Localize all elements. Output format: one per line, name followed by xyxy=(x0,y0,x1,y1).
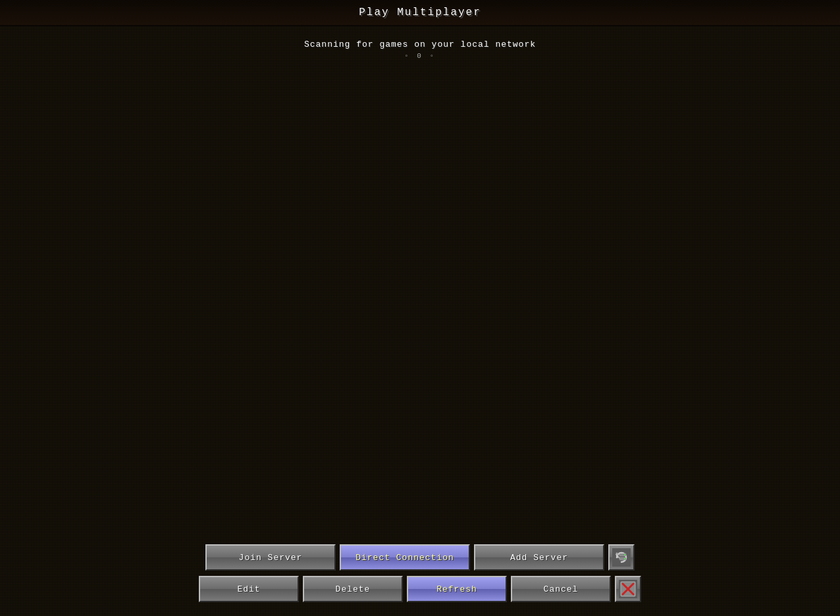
cancel-button[interactable]: Cancel xyxy=(511,576,611,602)
button-area: Join Server Direct Connection Add Server xyxy=(0,530,840,616)
add-server-button[interactable]: Add Server xyxy=(474,544,604,571)
page-title: Play Multiplayer xyxy=(359,7,481,18)
join-server-button[interactable]: Join Server xyxy=(205,544,336,571)
direct-connection-button[interactable]: Direct Connection xyxy=(340,544,470,571)
scanning-text: Scanning for games on your local network xyxy=(0,39,840,49)
title-bar: Play Multiplayer xyxy=(0,0,840,26)
close-icon-button[interactable] xyxy=(615,576,641,602)
svg-point-5 xyxy=(624,558,625,559)
scanning-dots: ◦ 0 ◦ xyxy=(0,52,840,60)
scanning-area: Scanning for games on your local network… xyxy=(0,39,840,60)
network-icon xyxy=(612,548,631,567)
refresh-button[interactable]: Refresh xyxy=(407,576,507,602)
svg-point-8 xyxy=(616,553,618,555)
delete-button[interactable]: Delete xyxy=(303,576,403,602)
network-icon-button[interactable] xyxy=(608,544,635,571)
button-row-2: Edit Delete Refresh Cancel xyxy=(199,576,641,602)
edit-button[interactable]: Edit xyxy=(199,576,299,602)
background xyxy=(0,0,840,616)
close-icon xyxy=(619,580,637,598)
svg-point-4 xyxy=(624,554,625,555)
button-row-1: Join Server Direct Connection Add Server xyxy=(205,544,635,571)
